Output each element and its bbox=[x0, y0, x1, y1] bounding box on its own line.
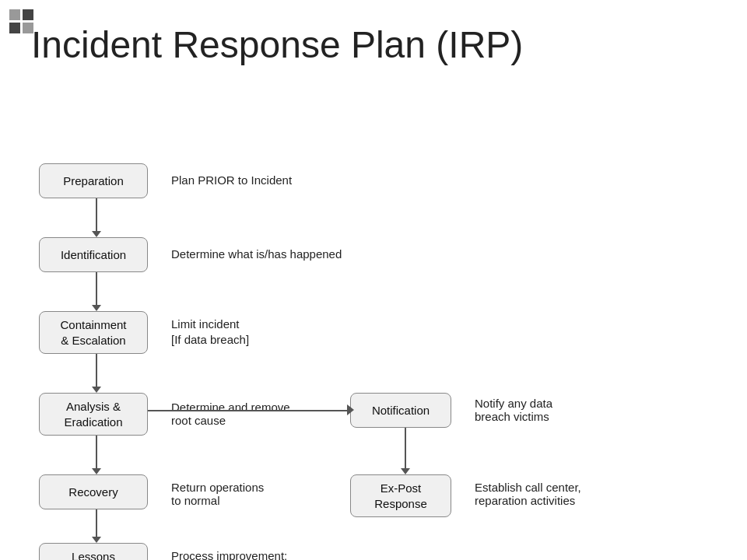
arrow-arr2 bbox=[92, 272, 101, 311]
box-expost: Ex-Post Response bbox=[350, 474, 451, 517]
arrow-horizontal-head bbox=[347, 404, 354, 415]
deco-sq-4 bbox=[23, 23, 33, 33]
deco-sq-2 bbox=[23, 9, 33, 20]
box-lessons: Lessons Learned bbox=[39, 543, 148, 560]
annotation-ann-notif: Notify any data breach victims bbox=[475, 397, 552, 423]
arrow-horizontal-to-notification bbox=[148, 410, 350, 411]
annotation-ann-cont1: Limit incident bbox=[171, 317, 240, 331]
annotation-ann-expost: Establish call center, reparation activi… bbox=[475, 481, 581, 507]
arrow-arr3 bbox=[92, 354, 101, 393]
page-title: Incident Response Plan (IRP) bbox=[0, 0, 747, 82]
annotation-ann-lessons: Process improvement: Plan for the future bbox=[171, 549, 287, 560]
annotation-ann-cont2: [If data breach] bbox=[171, 333, 249, 346]
deco-sq-1 bbox=[9, 9, 20, 20]
annotation-ann-prep: Plan PRIOR to Incident bbox=[171, 173, 292, 187]
box-preparation: Preparation bbox=[39, 163, 148, 198]
arrow-arr5 bbox=[92, 509, 101, 543]
arrow-arr-notif bbox=[401, 428, 410, 474]
box-analysis: Analysis & Eradication bbox=[39, 393, 148, 436]
box-notification: Notification bbox=[350, 393, 451, 428]
box-containment: Containment & Escalation bbox=[39, 311, 148, 354]
box-identification: Identification bbox=[39, 237, 148, 272]
decorative-squares bbox=[9, 9, 33, 33]
annotation-ann-ident: Determine what is/has happened bbox=[171, 247, 342, 261]
diagram-area: PreparationIdentificationContainment & E… bbox=[0, 93, 747, 560]
arrow-arr1 bbox=[92, 198, 101, 237]
arrow-arr4 bbox=[92, 436, 101, 474]
deco-sq-3 bbox=[9, 23, 20, 33]
annotation-ann-recov: Return operations to normal bbox=[171, 481, 264, 507]
annotation-ann-anal: Determine and remove root cause bbox=[171, 401, 290, 427]
box-recovery: Recovery bbox=[39, 474, 148, 509]
